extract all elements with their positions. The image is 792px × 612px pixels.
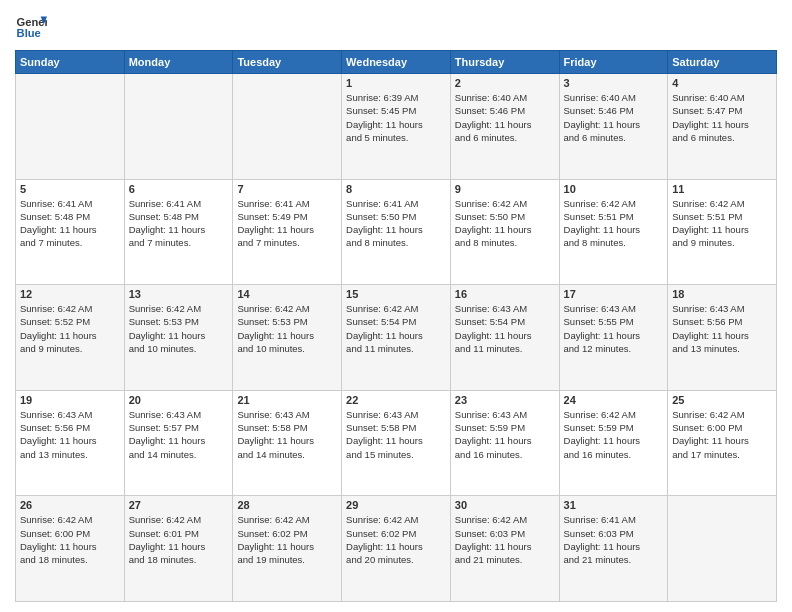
day-number: 5 <box>20 183 120 195</box>
day-number: 22 <box>346 394 446 406</box>
calendar-header-monday: Monday <box>124 51 233 74</box>
day-number: 23 <box>455 394 555 406</box>
calendar-header-sunday: Sunday <box>16 51 125 74</box>
day-info: Sunrise: 6:42 AMSunset: 6:02 PMDaylight:… <box>237 513 337 566</box>
day-number: 27 <box>129 499 229 511</box>
logo-icon: General Blue <box>15 10 47 42</box>
calendar-cell: 12Sunrise: 6:42 AMSunset: 5:52 PMDayligh… <box>16 285 125 391</box>
calendar-cell: 10Sunrise: 6:42 AMSunset: 5:51 PMDayligh… <box>559 179 668 285</box>
day-info: Sunrise: 6:40 AMSunset: 5:47 PMDaylight:… <box>672 91 772 144</box>
day-info: Sunrise: 6:42 AMSunset: 5:50 PMDaylight:… <box>455 197 555 250</box>
calendar-cell: 7Sunrise: 6:41 AMSunset: 5:49 PMDaylight… <box>233 179 342 285</box>
day-number: 28 <box>237 499 337 511</box>
calendar-header-friday: Friday <box>559 51 668 74</box>
calendar-header-saturday: Saturday <box>668 51 777 74</box>
calendar-cell <box>233 74 342 180</box>
calendar-week-row: 12Sunrise: 6:42 AMSunset: 5:52 PMDayligh… <box>16 285 777 391</box>
day-number: 31 <box>564 499 664 511</box>
day-number: 6 <box>129 183 229 195</box>
day-info: Sunrise: 6:43 AMSunset: 5:59 PMDaylight:… <box>455 408 555 461</box>
page: General Blue SundayMondayTuesdayWednesda… <box>0 0 792 612</box>
day-number: 10 <box>564 183 664 195</box>
day-number: 7 <box>237 183 337 195</box>
calendar-header-thursday: Thursday <box>450 51 559 74</box>
calendar-cell: 1Sunrise: 6:39 AMSunset: 5:45 PMDaylight… <box>342 74 451 180</box>
calendar-cell: 28Sunrise: 6:42 AMSunset: 6:02 PMDayligh… <box>233 496 342 602</box>
calendar-cell: 24Sunrise: 6:42 AMSunset: 5:59 PMDayligh… <box>559 390 668 496</box>
calendar-cell: 31Sunrise: 6:41 AMSunset: 6:03 PMDayligh… <box>559 496 668 602</box>
calendar-week-row: 19Sunrise: 6:43 AMSunset: 5:56 PMDayligh… <box>16 390 777 496</box>
calendar-cell <box>16 74 125 180</box>
calendar-cell: 17Sunrise: 6:43 AMSunset: 5:55 PMDayligh… <box>559 285 668 391</box>
day-number: 24 <box>564 394 664 406</box>
day-info: Sunrise: 6:43 AMSunset: 5:58 PMDaylight:… <box>237 408 337 461</box>
day-info: Sunrise: 6:42 AMSunset: 6:00 PMDaylight:… <box>20 513 120 566</box>
logo: General Blue <box>15 10 47 42</box>
calendar-header-row: SundayMondayTuesdayWednesdayThursdayFrid… <box>16 51 777 74</box>
day-number: 3 <box>564 77 664 89</box>
day-number: 26 <box>20 499 120 511</box>
day-info: Sunrise: 6:42 AMSunset: 5:59 PMDaylight:… <box>564 408 664 461</box>
calendar-cell: 5Sunrise: 6:41 AMSunset: 5:48 PMDaylight… <box>16 179 125 285</box>
day-info: Sunrise: 6:43 AMSunset: 5:58 PMDaylight:… <box>346 408 446 461</box>
day-info: Sunrise: 6:42 AMSunset: 5:51 PMDaylight:… <box>564 197 664 250</box>
day-number: 15 <box>346 288 446 300</box>
calendar-cell: 2Sunrise: 6:40 AMSunset: 5:46 PMDaylight… <box>450 74 559 180</box>
calendar-week-row: 1Sunrise: 6:39 AMSunset: 5:45 PMDaylight… <box>16 74 777 180</box>
day-number: 13 <box>129 288 229 300</box>
day-info: Sunrise: 6:40 AMSunset: 5:46 PMDaylight:… <box>564 91 664 144</box>
day-number: 1 <box>346 77 446 89</box>
calendar-cell: 21Sunrise: 6:43 AMSunset: 5:58 PMDayligh… <box>233 390 342 496</box>
day-number: 12 <box>20 288 120 300</box>
calendar-cell: 18Sunrise: 6:43 AMSunset: 5:56 PMDayligh… <box>668 285 777 391</box>
day-number: 18 <box>672 288 772 300</box>
calendar-cell: 25Sunrise: 6:42 AMSunset: 6:00 PMDayligh… <box>668 390 777 496</box>
day-info: Sunrise: 6:42 AMSunset: 5:53 PMDaylight:… <box>129 302 229 355</box>
day-number: 14 <box>237 288 337 300</box>
day-info: Sunrise: 6:43 AMSunset: 5:57 PMDaylight:… <box>129 408 229 461</box>
day-info: Sunrise: 6:42 AMSunset: 6:00 PMDaylight:… <box>672 408 772 461</box>
calendar-cell: 15Sunrise: 6:42 AMSunset: 5:54 PMDayligh… <box>342 285 451 391</box>
calendar-cell <box>124 74 233 180</box>
calendar-cell: 20Sunrise: 6:43 AMSunset: 5:57 PMDayligh… <box>124 390 233 496</box>
day-number: 21 <box>237 394 337 406</box>
day-number: 4 <box>672 77 772 89</box>
calendar-cell: 29Sunrise: 6:42 AMSunset: 6:02 PMDayligh… <box>342 496 451 602</box>
calendar-cell <box>668 496 777 602</box>
day-number: 11 <box>672 183 772 195</box>
calendar-header-wednesday: Wednesday <box>342 51 451 74</box>
calendar-cell: 22Sunrise: 6:43 AMSunset: 5:58 PMDayligh… <box>342 390 451 496</box>
calendar-cell: 4Sunrise: 6:40 AMSunset: 5:47 PMDaylight… <box>668 74 777 180</box>
day-info: Sunrise: 6:41 AMSunset: 6:03 PMDaylight:… <box>564 513 664 566</box>
calendar-cell: 19Sunrise: 6:43 AMSunset: 5:56 PMDayligh… <box>16 390 125 496</box>
day-number: 25 <box>672 394 772 406</box>
day-info: Sunrise: 6:43 AMSunset: 5:54 PMDaylight:… <box>455 302 555 355</box>
day-number: 29 <box>346 499 446 511</box>
day-info: Sunrise: 6:42 AMSunset: 5:53 PMDaylight:… <box>237 302 337 355</box>
calendar-week-row: 5Sunrise: 6:41 AMSunset: 5:48 PMDaylight… <box>16 179 777 285</box>
calendar-cell: 16Sunrise: 6:43 AMSunset: 5:54 PMDayligh… <box>450 285 559 391</box>
calendar-cell: 23Sunrise: 6:43 AMSunset: 5:59 PMDayligh… <box>450 390 559 496</box>
day-info: Sunrise: 6:42 AMSunset: 5:51 PMDaylight:… <box>672 197 772 250</box>
calendar-cell: 14Sunrise: 6:42 AMSunset: 5:53 PMDayligh… <box>233 285 342 391</box>
calendar-week-row: 26Sunrise: 6:42 AMSunset: 6:00 PMDayligh… <box>16 496 777 602</box>
calendar-cell: 8Sunrise: 6:41 AMSunset: 5:50 PMDaylight… <box>342 179 451 285</box>
day-info: Sunrise: 6:42 AMSunset: 6:01 PMDaylight:… <box>129 513 229 566</box>
calendar-header-tuesday: Tuesday <box>233 51 342 74</box>
calendar-cell: 9Sunrise: 6:42 AMSunset: 5:50 PMDaylight… <box>450 179 559 285</box>
svg-text:Blue: Blue <box>17 27 41 39</box>
day-number: 17 <box>564 288 664 300</box>
calendar-table: SundayMondayTuesdayWednesdayThursdayFrid… <box>15 50 777 602</box>
day-info: Sunrise: 6:42 AMSunset: 6:02 PMDaylight:… <box>346 513 446 566</box>
day-number: 2 <box>455 77 555 89</box>
day-info: Sunrise: 6:41 AMSunset: 5:49 PMDaylight:… <box>237 197 337 250</box>
calendar-cell: 26Sunrise: 6:42 AMSunset: 6:00 PMDayligh… <box>16 496 125 602</box>
calendar-cell: 27Sunrise: 6:42 AMSunset: 6:01 PMDayligh… <box>124 496 233 602</box>
day-info: Sunrise: 6:43 AMSunset: 5:56 PMDaylight:… <box>20 408 120 461</box>
day-info: Sunrise: 6:41 AMSunset: 5:50 PMDaylight:… <box>346 197 446 250</box>
day-info: Sunrise: 6:41 AMSunset: 5:48 PMDaylight:… <box>129 197 229 250</box>
day-number: 19 <box>20 394 120 406</box>
header: General Blue <box>15 10 777 42</box>
day-number: 20 <box>129 394 229 406</box>
day-info: Sunrise: 6:41 AMSunset: 5:48 PMDaylight:… <box>20 197 120 250</box>
